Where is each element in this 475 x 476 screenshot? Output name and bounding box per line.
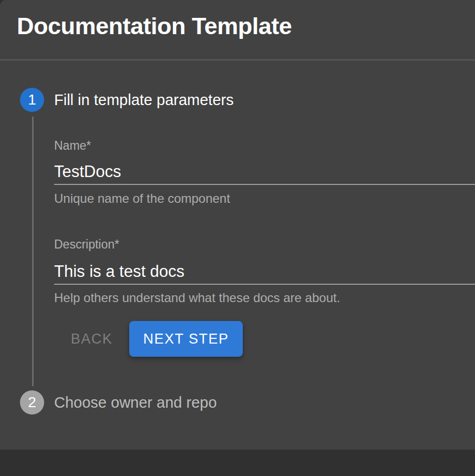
step-1-number: 1: [28, 91, 36, 108]
page-title: Documentation Template: [17, 13, 292, 40]
header-divider: [0, 59, 475, 60]
stepper-connector-line: [32, 117, 34, 386]
next-step-button[interactable]: NEXT STEP: [129, 321, 243, 357]
description-field-label: Description*: [54, 237, 119, 252]
page-background-strip: [0, 450, 475, 476]
step-1-label: Fill in template parameters: [54, 91, 234, 109]
step-2-number: 2: [28, 394, 36, 411]
name-field-label: Name*: [54, 139, 91, 153]
description-input[interactable]: [54, 260, 475, 285]
description-helper-text: Help others understand what these docs a…: [54, 291, 340, 305]
name-helper-text: Unique name of the component: [54, 191, 230, 206]
name-input[interactable]: [54, 160, 475, 185]
step-1-badge: 1: [20, 88, 44, 112]
template-card: Documentation Template 1 Fill in templat…: [0, 0, 475, 450]
back-button[interactable]: BACK: [59, 324, 125, 354]
step-2-label: Choose owner and repo: [54, 394, 217, 411]
step-2-badge: 2: [20, 390, 44, 415]
